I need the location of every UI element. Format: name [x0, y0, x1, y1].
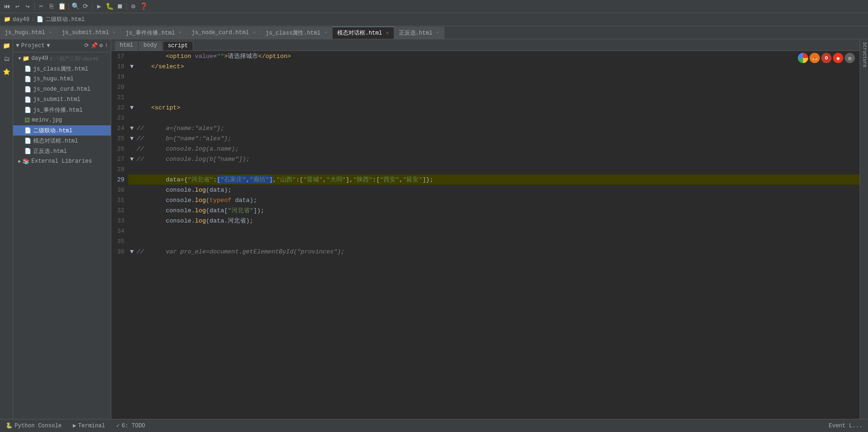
tree-item-js-node-curd[interactable]: 📄 js_node_curd.html [13, 84, 111, 94]
toolbar-undo[interactable]: ↩ [13, 2, 22, 11]
sub-tabs: html body script [111, 39, 860, 51]
tree-item-modal[interactable]: 📄 模态对话框.html [13, 136, 111, 146]
ln-25: 25 [111, 133, 128, 144]
root-arrow[interactable]: ▼ [17, 56, 22, 61]
sync-icon[interactable]: ⟳ [84, 42, 89, 49]
external-icon: 📚 [22, 158, 29, 165]
tree-item-meinv[interactable]: 🖼 meinv.jpg [13, 115, 111, 125]
toolbar-help[interactable]: ❓ [139, 2, 148, 11]
left-panels: 📁 🗂 ⭐ [0, 39, 13, 419]
firefox-icon[interactable]: 🦊 [810, 53, 820, 63]
fold-icon-27[interactable]: ▼ [130, 156, 137, 163]
fold-icon-36[interactable]: ▼ [130, 248, 137, 255]
chrome-icon[interactable] [798, 53, 808, 63]
project-label: Project [21, 43, 44, 49]
project-dropdown-arrow[interactable]: ▼ [47, 43, 50, 49]
main-toolbar: ⏮ ↩ ↪ ✂ ⎘ 📋 🔍 ⟳ ▶ 🐛 ⏹ ⚙ ❓ [0, 0, 868, 13]
project-dropdown-icon[interactable]: ▼ [16, 43, 19, 49]
structure-right-panel[interactable]: Structure [860, 39, 868, 70]
tab-modal-close[interactable]: × [386, 30, 389, 36]
toolbar-sep2 [68, 3, 69, 10]
fold-icon-22[interactable]: ▼ [130, 104, 137, 111]
breadcrumb-file[interactable]: 📄 二级联动.html [36, 15, 85, 23]
tab-js-submit[interactable]: js_submit.html × [57, 27, 121, 39]
opera2-icon[interactable]: ◉ [833, 53, 843, 63]
code-editor[interactable]: 17 18 19 20 21 22 23 24 25 26 27 28 29 3… [111, 51, 860, 419]
code-line-21 [128, 92, 860, 102]
tree-label-js-submit: js_submit.html [33, 96, 80, 103]
toolbar-debug[interactable]: 🐛 [105, 2, 114, 11]
toolbar-settings[interactable]: ⚙ [129, 2, 138, 11]
code-lines[interactable]: <option value="">请选择城市</option> ▼ </sele… [128, 51, 860, 419]
tree-item-js-class[interactable]: 📄 js_class属性.html [13, 64, 111, 74]
folder-icon: 📁 [4, 16, 11, 23]
sub-tab-script[interactable]: script [163, 41, 193, 50]
breadcrumb-root-label: day49 [13, 16, 29, 23]
favorites-panel-icon[interactable]: ⭐ [0, 65, 13, 79]
sort-icon[interactable]: ↕ [105, 42, 108, 49]
ln-29: 29 [111, 174, 128, 185]
toolbar-back[interactable]: ⏮ [2, 2, 12, 11]
tab-js-event[interactable]: js_事件传播.html × [121, 27, 187, 39]
code-line-35 [128, 236, 860, 246]
tab-modal[interactable]: 模态对话框.html × [333, 27, 394, 39]
tab-js-class[interactable]: js_class属性.html × [261, 27, 333, 39]
external-arrow[interactable]: ▶ [17, 158, 22, 164]
editor-area[interactable]: 🦊 O ◉ ◎ 17 18 19 20 21 22 23 24 25 26 [111, 51, 860, 419]
tree-label-zhengfanxuan: 正反选.html [33, 147, 67, 155]
tree-item-js-hugu[interactable]: 📄 js_hugu.html [13, 74, 111, 84]
todo-label: 6: TODO [122, 423, 145, 429]
tree-item-erjilundong[interactable]: 📄 二级联动.html [13, 125, 111, 136]
tree-external[interactable]: ▶ 📚 External Libraries [13, 156, 111, 166]
tab-js-class-close[interactable]: × [324, 30, 327, 36]
tree-root[interactable]: ▼ 📁 day49 E:\脱产三期\day49 [13, 53, 111, 64]
toolbar-cut[interactable]: ✂ [36, 2, 46, 11]
toolbar-stop[interactable]: ⏹ [115, 2, 124, 11]
file-icon-js-hugu: 📄 [24, 76, 31, 83]
safari-icon[interactable]: ◎ [845, 53, 855, 63]
fold-icon-24[interactable]: ▼ [130, 125, 137, 132]
breadcrumb-root[interactable]: 📁 day49 [4, 16, 29, 23]
tree-item-js-submit[interactable]: 📄 js_submit.html [13, 94, 111, 105]
python-icon: 🐍 [6, 422, 13, 429]
line-numbers: 17 18 19 20 21 22 23 24 25 26 27 28 29 3… [111, 51, 128, 419]
sub-tab-html[interactable]: html [115, 41, 138, 50]
structure-panel-icon[interactable]: 🗂 [0, 52, 13, 65]
fold-icon-18[interactable]: ▼ [130, 63, 137, 70]
gear-icon[interactable]: ⚙ [100, 42, 103, 49]
tab-zhengfanxuan[interactable]: 正反选.html × [394, 27, 445, 39]
bottom-tab-terminal[interactable]: ▶ Terminal [71, 421, 107, 430]
tab-js-hugu[interactable]: js_hugu.html × [0, 27, 57, 39]
bottom-tab-python[interactable]: 🐍 Python Console [4, 421, 64, 430]
fold-icon-25[interactable]: ▼ [130, 135, 137, 142]
file-icon-modal: 📄 [24, 137, 31, 144]
ln-19: 19 [111, 72, 128, 82]
tab-js-submit-close[interactable]: × [113, 30, 116, 36]
toolbar-run[interactable]: ▶ [94, 2, 104, 11]
opera-icon[interactable]: O [821, 53, 832, 63]
tab-zhengfanxuan-close[interactable]: × [436, 30, 440, 36]
bottom-event-log[interactable]: Event L... [827, 422, 864, 430]
bottom-tab-todo[interactable]: ✓ 6: TODO [115, 421, 147, 430]
tab-js-hugu-close[interactable]: × [49, 30, 52, 36]
toolbar-paste[interactable]: 📋 [57, 2, 66, 11]
toolbar-copy[interactable]: ⎘ [47, 2, 56, 11]
code-line-17: <option value="">请选择城市</option> [128, 51, 860, 61]
tree-item-zhengfanxuan[interactable]: 📄 正反选.html [13, 146, 111, 156]
toolbar-replace[interactable]: ⟳ [81, 2, 90, 11]
code-line-28 [128, 164, 860, 174]
tree-content: ▼ 📁 day49 E:\脱产三期\day49 📄 js_class属性.htm… [13, 52, 111, 419]
tab-js-node-curd-close[interactable]: × [253, 30, 256, 36]
project-header-left: ▼ Project ▼ [16, 43, 50, 49]
tree-item-js-event[interactable]: 📄 js_事件传播.html [13, 105, 111, 115]
project-panel-icon[interactable]: 📁 [0, 39, 13, 52]
sub-tab-body[interactable]: body [139, 41, 162, 50]
pin-icon[interactable]: 📌 [91, 42, 98, 49]
toolbar-find[interactable]: 🔍 [71, 2, 80, 11]
project-tree: ▼ Project ▼ ⟳ 📌 ⚙ ↕ ▼ 📁 day49 E:\脱产三期\da… [13, 39, 111, 419]
sub-tab-body-label: body [144, 42, 157, 49]
code-line-34 [128, 226, 860, 236]
tab-js-node-curd[interactable]: js_node_curd.html × [187, 27, 261, 39]
tab-js-event-close[interactable]: × [179, 30, 182, 36]
toolbar-redo[interactable]: ↪ [23, 2, 32, 11]
